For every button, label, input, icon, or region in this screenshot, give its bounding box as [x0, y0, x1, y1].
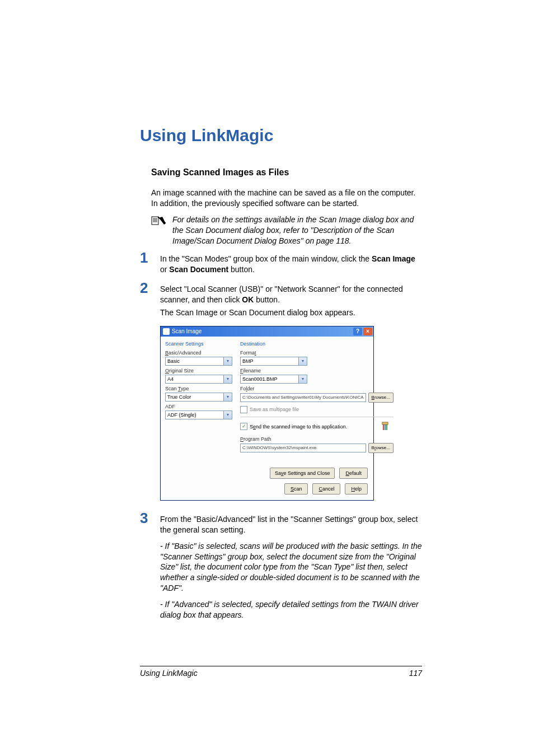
chevron-down-icon: ▾ — [223, 393, 232, 401]
step-3-sub2: - If "Advanced" is selected, specify det… — [160, 599, 422, 620]
scan-image-dialog: Scan Image ? × Scanner Settings Basic/Ad… — [160, 326, 374, 501]
program-path-field[interactable]: C:\WINDOWS\system32\mspaint.exe — [240, 444, 366, 452]
footer-page-number: 117 — [409, 669, 422, 678]
send-app-checkbox[interactable]: ✓ — [240, 423, 247, 430]
section-subheading: Saving Scanned Images as Files — [151, 167, 422, 178]
multipage-label: Save as multipage file — [250, 407, 299, 412]
step-1-text: In the "Scan Modes" group box of the mai… — [160, 250, 422, 277]
step-number-3: 3 — [140, 511, 157, 525]
close-icon[interactable]: × — [363, 328, 372, 335]
basic-advanced-label: Basic/Advanced — [165, 350, 232, 356]
chevron-down-icon: ▾ — [223, 411, 232, 419]
svg-rect-7 — [385, 424, 386, 430]
footer-title: Using LinkMagic — [140, 669, 409, 678]
scan-type-select[interactable]: True Color▾ — [165, 393, 232, 402]
intro-paragraph: An image scanned with the machine can be… — [151, 188, 422, 209]
adf-select[interactable]: ADF (Single)▾ — [165, 410, 232, 419]
dialog-help-button[interactable]: ? — [353, 328, 362, 335]
page-footer: Using LinkMagic 117 — [140, 666, 422, 678]
default-button[interactable]: Default — [339, 468, 368, 479]
destination-heading: Destination — [240, 341, 394, 347]
dialog-titlebar: Scan Image ? × — [161, 326, 373, 337]
send-app-label: Send the scanned image to this applicati… — [250, 424, 347, 430]
help-button[interactable]: Help — [345, 483, 368, 494]
cancel-button[interactable]: Cancel — [312, 483, 340, 494]
note-text: For details on the settings available in… — [172, 214, 422, 246]
folder-label: Folder — [240, 386, 394, 391]
program-browse-button[interactable]: Browse... — [368, 443, 394, 453]
chevron-down-icon: ▾ — [298, 357, 307, 365]
multipage-checkbox[interactable] — [240, 406, 247, 413]
save-settings-close-button[interactable]: Save Settings and Close — [270, 468, 335, 479]
step-number-2: 2 — [140, 281, 157, 295]
svg-rect-6 — [383, 424, 384, 430]
scan-button[interactable]: Scan — [284, 483, 308, 494]
folder-path-field[interactable]: C:\Documents and Settings\writer01\My Do… — [240, 393, 366, 402]
step-number-1: 1 — [140, 250, 157, 265]
basic-advanced-select[interactable]: Basic▾ — [165, 357, 232, 366]
page-title: Using LinkMagic — [140, 126, 422, 145]
paint-app-icon — [381, 421, 394, 433]
folder-browse-button[interactable]: Browse... — [368, 393, 394, 403]
chevron-down-icon: ▾ — [223, 357, 232, 365]
scanner-settings-heading: Scanner Settings — [165, 341, 232, 347]
chevron-down-icon: ▾ — [223, 375, 232, 383]
filename-label: Filename — [240, 368, 394, 374]
step-3-sub1: - If "Basic" is selected, scans will be … — [160, 541, 422, 594]
step-2-text: Select "Local Scanner (USB)" or "Network… — [160, 281, 422, 320]
format-label: Format — [240, 350, 394, 356]
note-icon — [151, 216, 167, 228]
program-path-label: Program Path — [240, 436, 394, 442]
multipage-row: Save as multipage file — [240, 406, 394, 413]
format-select[interactable]: BMP▾ — [240, 357, 307, 366]
step-3-text: From the "Basic/Advanced" list in the "S… — [160, 511, 422, 535]
chevron-down-icon: ▾ — [298, 375, 307, 383]
dialog-title-text: Scan Image — [172, 328, 353, 334]
adf-label: ADF — [165, 404, 232, 409]
svg-rect-5 — [382, 422, 388, 424]
dialog-app-icon — [163, 328, 170, 335]
original-size-select[interactable]: A4▾ — [165, 375, 232, 384]
svg-rect-8 — [386, 424, 387, 430]
original-size-label: Original Size — [165, 368, 232, 374]
scan-type-label: Scan Type — [165, 386, 232, 391]
filename-select[interactable]: Scan0001.BMP▾ — [240, 375, 307, 384]
